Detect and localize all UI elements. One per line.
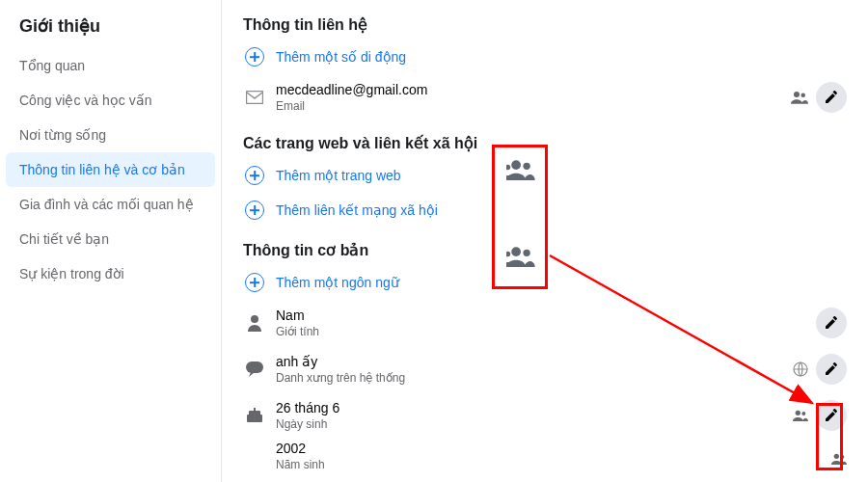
friends-icon[interactable] bbox=[791, 91, 808, 104]
svg-point-2 bbox=[801, 94, 806, 98]
plus-icon bbox=[243, 166, 266, 185]
about-sidebar: Giới thiệu Tổng quan Công việc và học vấ… bbox=[0, 0, 222, 482]
svg-point-3 bbox=[251, 315, 258, 323]
svg-point-9 bbox=[796, 411, 800, 415]
svg-point-10 bbox=[801, 412, 805, 415]
gender-label: Giới tính bbox=[276, 325, 319, 338]
about-main: Thông tin liên hệ Thêm một số di động me… bbox=[222, 0, 868, 482]
birth-day-value: 26 tháng 6 bbox=[276, 400, 339, 415]
birth-year-value: 2002 bbox=[276, 441, 325, 456]
add-language-row[interactable]: Thêm một ngôn ngữ bbox=[243, 265, 847, 300]
gender-row: Nam Giới tính bbox=[243, 300, 847, 346]
add-language-link: Thêm một ngôn ngữ bbox=[276, 275, 399, 290]
birth-day-label: Ngày sinh bbox=[276, 417, 339, 431]
person-icon bbox=[243, 314, 266, 332]
plus-icon bbox=[243, 273, 266, 292]
birth-year-label: Năm sinh bbox=[276, 458, 325, 471]
svg-rect-7 bbox=[249, 411, 260, 415]
svg-point-1 bbox=[794, 92, 800, 97]
sidebar-item-contact-basic[interactable]: Thông tin liên hệ và cơ bản bbox=[6, 152, 215, 187]
add-website-link: Thêm một trang web bbox=[276, 168, 401, 183]
cake-icon bbox=[243, 408, 266, 423]
friends-icon[interactable] bbox=[831, 453, 847, 465]
sidebar-item-label: Tổng quan bbox=[19, 58, 85, 73]
sidebar-item-life-events[interactable]: Sự kiện trong đời bbox=[6, 256, 215, 291]
email-label: Email bbox=[276, 99, 427, 113]
add-social-row[interactable]: Thêm liên kết mạng xã hội bbox=[243, 193, 847, 228]
contact-section-title: Thông tin liên hệ bbox=[243, 15, 847, 34]
sidebar-item-label: Công việc và học vấn bbox=[19, 93, 152, 108]
svg-rect-0 bbox=[247, 92, 263, 104]
sidebar-item-label: Sự kiện trong đời bbox=[19, 266, 124, 281]
edit-gender-button[interactable] bbox=[816, 308, 847, 338]
add-mobile-link: Thêm một số di động bbox=[276, 49, 406, 65]
pronoun-row: anh ấy Danh xưng trên hệ thống bbox=[243, 346, 847, 392]
plus-icon bbox=[243, 47, 266, 67]
sidebar-item-label: Thông tin liên hệ và cơ bản bbox=[19, 162, 185, 177]
sidebar-item-work[interactable]: Công việc và học vấn bbox=[6, 83, 215, 118]
web-section-title: Các trang web và liên kết xã hội bbox=[243, 134, 847, 152]
sidebar-item-label: Gia đình và các mối quan hệ bbox=[19, 197, 194, 212]
friends-icon[interactable] bbox=[793, 410, 808, 421]
sidebar-item-label: Chi tiết về bạn bbox=[19, 231, 109, 247]
svg-rect-6 bbox=[247, 415, 262, 422]
edit-birthday-button[interactable] bbox=[816, 400, 847, 431]
sidebar-item-places[interactable]: Nơi từng sống bbox=[6, 118, 215, 152]
globe-icon[interactable] bbox=[793, 362, 808, 377]
pronoun-value: anh ấy bbox=[276, 354, 405, 369]
edit-email-button[interactable] bbox=[816, 82, 847, 113]
pronoun-label: Danh xưng trên hệ thống bbox=[276, 371, 405, 385]
birthday-row: 26 tháng 6 Ngày sinh bbox=[243, 392, 847, 439]
basic-section-title: Thông tin cơ bản bbox=[243, 241, 847, 259]
gender-value: Nam bbox=[276, 308, 319, 323]
sidebar-title: Giới thiệu bbox=[6, 8, 215, 48]
svg-rect-4 bbox=[246, 362, 263, 373]
birthyear-row: 2002 Năm sinh bbox=[243, 439, 847, 479]
sidebar-item-details[interactable]: Chi tiết về bạn bbox=[6, 222, 215, 256]
sidebar-item-family[interactable]: Gia đình và các mối quan hệ bbox=[6, 187, 215, 222]
envelope-icon bbox=[243, 91, 266, 104]
speech-icon bbox=[243, 362, 266, 377]
svg-point-11 bbox=[834, 454, 839, 459]
svg-rect-8 bbox=[254, 408, 256, 411]
plus-icon bbox=[243, 201, 266, 220]
add-social-link: Thêm liên kết mạng xã hội bbox=[276, 202, 438, 218]
sidebar-item-label: Nơi từng sống bbox=[19, 127, 106, 143]
add-website-row[interactable]: Thêm một trang web bbox=[243, 158, 847, 193]
svg-point-12 bbox=[840, 455, 844, 459]
email-value: mecdeadline@gmail.com bbox=[276, 82, 427, 97]
add-mobile-row[interactable]: Thêm một số di động bbox=[243, 40, 847, 74]
email-row: mecdeadline@gmail.com Email bbox=[243, 74, 847, 120]
edit-pronoun-button[interactable] bbox=[816, 354, 847, 385]
sidebar-item-overview[interactable]: Tổng quan bbox=[6, 48, 215, 83]
